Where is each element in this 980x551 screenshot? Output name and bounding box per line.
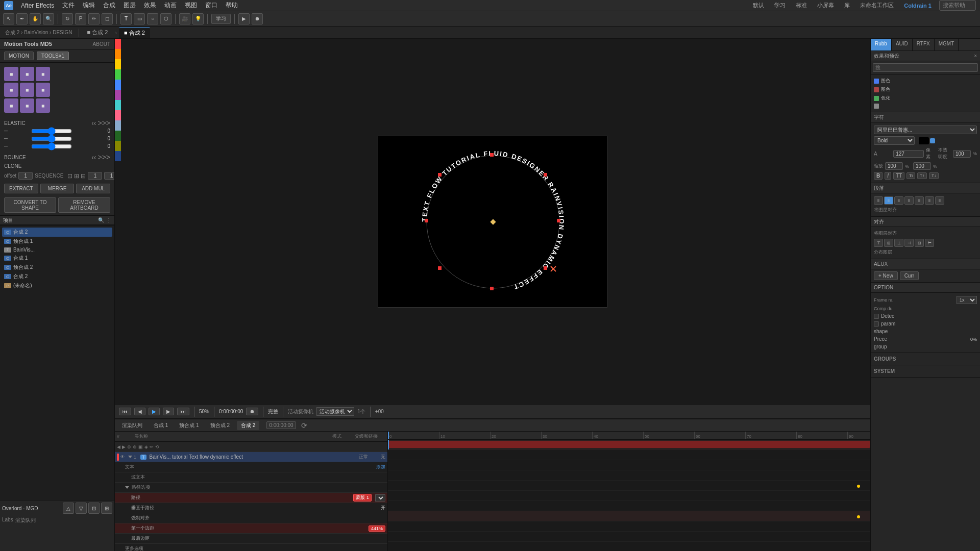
- project-item-0[interactable]: C 合成 2: [2, 228, 112, 237]
- layer-path-options[interactable]: 路径选项: [115, 483, 387, 493]
- tl-tab-precomp1[interactable]: 预合成 1: [175, 421, 203, 430]
- tl-ctrl-btn7[interactable]: ✏: [150, 444, 154, 449]
- workspace-learn[interactable]: 学习: [772, 1, 788, 10]
- tl-ctrl-btn3[interactable]: ⊕: [127, 444, 131, 449]
- close-effects-btn[interactable]: ×: [974, 53, 977, 59]
- brush-tool[interactable]: ✏: [88, 13, 100, 24]
- layer-perp-path[interactable]: 垂直于路径 开: [115, 503, 387, 513]
- center-anchor[interactable]: [490, 219, 496, 224]
- scale-y-input[interactable]: [913, 162, 931, 170]
- workspace-standard[interactable]: 标准: [793, 1, 810, 10]
- menu-effect[interactable]: 效果: [140, 0, 160, 11]
- project-menu-icon[interactable]: ⋮: [106, 217, 111, 223]
- allcaps-btn[interactable]: TT: [893, 172, 904, 180]
- project-item-2[interactable]: T BainVis...: [2, 246, 112, 254]
- justify-left-btn[interactable]: ≡: [904, 196, 914, 205]
- motion-tab[interactable]: MOTION: [4, 52, 34, 60]
- rt-tab-rtfx[interactable]: RTFX: [913, 39, 935, 51]
- layer-force-align[interactable]: 强制对齐: [115, 513, 387, 523]
- tl-tab-comp2[interactable]: 合成 2: [237, 421, 259, 430]
- align-center-btn[interactable]: ≡: [884, 196, 893, 205]
- search-help-input[interactable]: 搜索帮助: [939, 0, 976, 11]
- tl-ctrl-btn1[interactable]: ◀: [117, 444, 120, 449]
- camera-select[interactable]: 活动摄像机: [316, 407, 354, 416]
- ctrl-point-tl[interactable]: [438, 173, 442, 177]
- super-btn[interactable]: T↑: [917, 172, 927, 179]
- ctrl-point-right[interactable]: [557, 219, 560, 222]
- ov-btn-copy[interactable]: ⊡: [88, 503, 100, 514]
- justify-right-btn[interactable]: ≡: [925, 196, 934, 205]
- rt-tab-mgmt[interactable]: MGMT: [935, 39, 959, 51]
- add-mul-btn[interactable]: ADD MUL: [76, 184, 110, 193]
- rt-tab-auid[interactable]: AUID: [892, 39, 913, 51]
- color-lightblue[interactable]: [115, 120, 121, 131]
- workspace-custom[interactable]: 未命名工作区: [857, 1, 896, 10]
- project-item-1[interactable]: C 预合成 1: [2, 237, 112, 246]
- preview-play-btn[interactable]: ▶: [149, 408, 160, 415]
- project-item-6[interactable]: P (未命名): [2, 281, 112, 290]
- justify-full-btn[interactable]: ≡: [935, 196, 944, 205]
- menu-layer[interactable]: 图层: [120, 0, 139, 11]
- menu-composition[interactable]: 合成: [100, 0, 119, 11]
- color-green[interactable]: [115, 69, 121, 80]
- preview-record-btn[interactable]: ⏺: [246, 408, 258, 415]
- timecode-input[interactable]: 0:00:00:00: [266, 421, 296, 429]
- smallcaps-btn[interactable]: Tt: [906, 172, 915, 179]
- offset-input[interactable]: [18, 172, 33, 180]
- color-orange[interactable]: [115, 49, 121, 59]
- project-item-5[interactable]: C 合成 2: [2, 272, 112, 281]
- color-navy[interactable]: [115, 151, 121, 161]
- workspace-active[interactable]: Coldrain 1: [901, 2, 934, 10]
- scale-x-input[interactable]: [885, 162, 903, 170]
- seq-icon2[interactable]: ⊞: [74, 172, 79, 180]
- fill-opacity-input[interactable]: [953, 150, 971, 158]
- tl-ctrl-btn4[interactable]: ⊗: [133, 444, 137, 449]
- project-item-3[interactable]: C 合成 1: [2, 254, 112, 263]
- italic-btn[interactable]: I: [885, 172, 891, 180]
- tools-tab[interactable]: TOOLS×1: [37, 52, 69, 60]
- align-rright-btn[interactable]: ⊢: [925, 239, 934, 247]
- elastic-slider2[interactable]: [31, 136, 72, 141]
- ctrl-point-tr[interactable]: [544, 173, 547, 177]
- mg-btn-2[interactable]: ◼: [20, 67, 34, 81]
- font-name-select[interactable]: 阿里巴巴普惠...: [874, 126, 977, 134]
- tl-tab-render[interactable]: 渲染队列: [118, 421, 146, 430]
- framerate-select[interactable]: 1x: [957, 296, 977, 304]
- tl-btn-1[interactable]: ⟳: [301, 421, 307, 430]
- light-tool[interactable]: 💡: [192, 13, 204, 24]
- keyframe-first-margin[interactable]: [857, 515, 860, 518]
- align-hcenter-btn[interactable]: ⊡: [915, 239, 924, 247]
- menu-edit[interactable]: 编辑: [79, 0, 99, 11]
- mg-btn-6[interactable]: ◼: [36, 83, 50, 97]
- align-vcenter-btn[interactable]: ⊞: [884, 239, 893, 247]
- camera-tool[interactable]: 🎥: [179, 13, 190, 24]
- ctrl-point-br[interactable]: [544, 266, 547, 270]
- keyframe-marker[interactable]: [857, 485, 860, 488]
- mg-btn-5[interactable]: ◼: [20, 83, 34, 97]
- layer-last-margin[interactable]: 最后边距: [115, 534, 387, 544]
- path-options-expand[interactable]: [125, 486, 129, 489]
- font-style-select[interactable]: Bold: [874, 136, 915, 145]
- color-red[interactable]: [115, 39, 121, 49]
- color-pink[interactable]: [115, 110, 121, 120]
- elastic-left-btn[interactable]: ‹‹: [91, 119, 96, 127]
- seq-icon3[interactable]: ⊟: [81, 172, 86, 180]
- align-lleft-btn[interactable]: ⊣: [904, 239, 914, 247]
- layer-expand-1[interactable]: [128, 456, 132, 458]
- ctrl-point-top[interactable]: [490, 153, 494, 157]
- mg-btn-4[interactable]: ◼: [4, 83, 18, 97]
- color-olive[interactable]: [115, 141, 121, 151]
- layer-text-group[interactable]: 文本 添加: [115, 462, 387, 472]
- eraser-tool[interactable]: ◻: [102, 13, 113, 24]
- preview-home-btn[interactable]: ⏮: [119, 408, 131, 415]
- selection-tool[interactable]: ↖: [3, 13, 14, 24]
- align-bottom-btn[interactable]: ⊥: [894, 239, 903, 247]
- aeux-new-btn[interactable]: + New: [874, 271, 898, 280]
- track-bar-1[interactable]: [388, 441, 870, 448]
- mg-btn-8[interactable]: ◼: [20, 98, 34, 113]
- ctrl-point-left[interactable]: [425, 219, 428, 222]
- preview-end-btn[interactable]: ⏭: [177, 408, 189, 415]
- layer-first-margin[interactable]: 第一个边距 441%: [115, 523, 387, 534]
- workspace-small[interactable]: 小屏幕: [815, 1, 837, 10]
- elastic-slider3[interactable]: [31, 144, 72, 149]
